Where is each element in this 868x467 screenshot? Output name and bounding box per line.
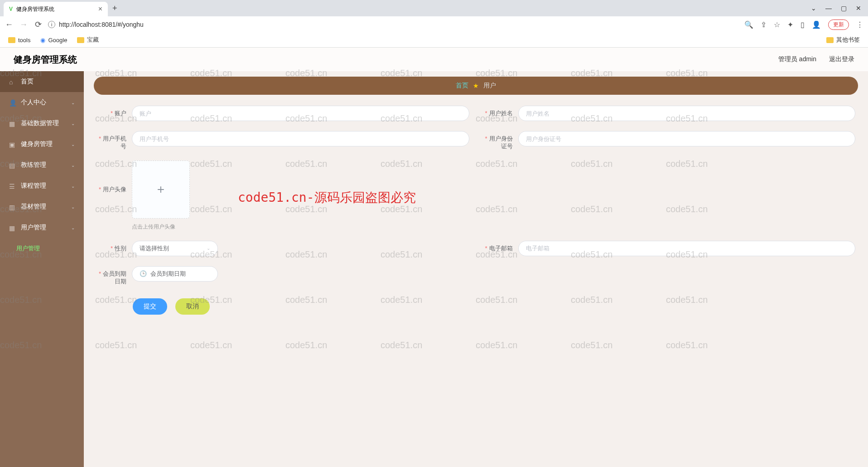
minimize-icon[interactable]: — xyxy=(825,5,832,12)
browser-chrome: V 健身房管理系统 × + ⌄ — ▢ ✕ ← → ⟳ i http://loc… xyxy=(0,0,868,48)
sidebar-item-gym[interactable]: ▣健身房管理⌄ xyxy=(0,134,84,155)
sidebar-item-equipment[interactable]: ▥器材管理⌄ xyxy=(0,196,84,217)
new-tab-button[interactable]: + xyxy=(112,4,117,13)
chevron-down-icon: ⌄ xyxy=(71,100,75,105)
update-button[interactable]: 更新 xyxy=(828,19,849,30)
back-icon[interactable]: ← xyxy=(5,20,14,29)
reading-list-icon[interactable]: ▯ xyxy=(800,20,805,29)
chevron-down-icon: ⌄ xyxy=(71,121,75,126)
form-item-gender: *性别 请选择性别 ⌄ xyxy=(96,241,469,256)
data-icon: ▦ xyxy=(9,120,16,126)
zoom-icon[interactable]: 🔍 xyxy=(744,20,753,29)
account-input[interactable] xyxy=(132,106,469,121)
chevron-down-icon: ⌄ xyxy=(71,204,75,209)
folder-icon xyxy=(826,37,834,43)
chevron-down-icon: ⌄ xyxy=(71,184,75,189)
email-input[interactable] xyxy=(518,241,856,256)
toolbar-right: 🔍 ⇪ ☆ ✦ ▯ 👤 更新 ⋮ xyxy=(744,19,863,30)
upload-hint: 点击上传用户头像 xyxy=(132,223,855,231)
close-icon[interactable]: × xyxy=(98,5,102,13)
logout-link[interactable]: 退出登录 xyxy=(829,55,854,63)
sidebar-subitem-user[interactable]: 用户管理 xyxy=(0,238,84,259)
sidebar: ⌂首页 👤个人中心⌄ ▦基础数据管理⌄ ▣健身房管理⌄ ▤教练管理⌄ ☰课程管理… xyxy=(0,71,84,467)
sidebar-item-basedata[interactable]: ▦基础数据管理⌄ xyxy=(0,113,84,134)
breadcrumb: 首页 ★ 用户 xyxy=(94,77,858,95)
username-input[interactable] xyxy=(518,106,856,121)
profile-icon[interactable]: 👤 xyxy=(812,20,821,29)
chevron-down-icon: ⌄ xyxy=(71,142,75,147)
form-item-username: *用户姓名 xyxy=(483,106,856,121)
reload-icon[interactable]: ⟳ xyxy=(34,19,43,29)
url-text: http://localhost:8081/#/yonghu xyxy=(59,21,144,28)
share-icon[interactable]: ⇪ xyxy=(761,20,767,29)
sidebar-item-user-mgmt[interactable]: ▦用户管理⌄ xyxy=(0,217,84,238)
form-item-email: *电子邮箱 xyxy=(483,241,856,256)
cancel-button[interactable]: 取消 xyxy=(175,298,210,315)
chevron-down-icon: ⌄ xyxy=(71,225,75,230)
course-icon: ☰ xyxy=(9,183,16,189)
vue-icon: V xyxy=(9,6,13,12)
sidebar-item-home[interactable]: ⌂首页 xyxy=(0,71,84,92)
bookmark-tools[interactable]: tools xyxy=(8,37,30,44)
sidebar-item-coach[interactable]: ▤教练管理⌄ xyxy=(0,155,84,175)
avatar-upload[interactable]: + xyxy=(132,161,190,219)
form-item-idcard: *用户身份证号 xyxy=(483,131,856,151)
address-bar: ← → ⟳ i http://localhost:8081/#/yonghu 🔍… xyxy=(0,16,868,33)
gender-select[interactable]: 请选择性别 ⌄ xyxy=(132,241,218,256)
forward-icon[interactable]: → xyxy=(19,20,28,29)
close-window-icon[interactable]: ✕ xyxy=(856,5,861,12)
sidebar-item-profile[interactable]: 👤个人中心⌄ xyxy=(0,92,84,113)
breadcrumb-home[interactable]: 首页 xyxy=(456,82,468,90)
sidebar-item-course[interactable]: ☰课程管理⌄ xyxy=(0,175,84,196)
form-item-avatar: *用户头像 + 点击上传用户头像 xyxy=(96,161,855,231)
clock-icon: 🕒 xyxy=(140,270,147,277)
star-icon: ★ xyxy=(473,82,479,89)
coach-icon: ▤ xyxy=(9,162,16,168)
header-right: 管理员 admin 退出登录 xyxy=(778,55,854,63)
google-icon: ◉ xyxy=(40,37,45,44)
maximize-icon[interactable]: ▢ xyxy=(841,5,847,12)
app-body: ⌂首页 👤个人中心⌄ ▦基础数据管理⌄ ▣健身房管理⌄ ▤教练管理⌄ ☰课程管理… xyxy=(0,71,868,467)
form-item-expire: *会员到期日期 🕒 会员到期日期 xyxy=(96,266,476,286)
star-icon[interactable]: ☆ xyxy=(774,20,780,29)
bookmark-bar: tools ◉Google 宝藏 其他书签 xyxy=(0,33,868,47)
user-form: *账户 *用户姓名 *用户手机号 *用户身份证号 xyxy=(94,106,858,315)
form-item-phone: *用户手机号 xyxy=(96,131,469,151)
chevron-down-icon[interactable]: ⌄ xyxy=(811,5,816,12)
bookmark-other[interactable]: 其他书签 xyxy=(826,36,860,44)
submit-button[interactable]: 提交 xyxy=(133,298,167,315)
home-icon: ⌂ xyxy=(9,78,16,85)
url-input[interactable]: i http://localhost:8081/#/yonghu xyxy=(48,21,739,28)
chevron-down-icon: ⌄ xyxy=(71,163,75,168)
folder-icon xyxy=(8,37,15,43)
users-icon: ▦ xyxy=(9,224,16,231)
form-item-account: *账户 xyxy=(96,106,469,121)
breadcrumb-current: 用户 xyxy=(483,82,496,90)
user-icon: 👤 xyxy=(9,99,16,106)
bookmark-baozang[interactable]: 宝藏 xyxy=(77,36,99,44)
chevron-down-icon: ⌄ xyxy=(207,246,210,251)
app-title: 健身房管理系统 xyxy=(14,54,77,66)
tab-bar: V 健身房管理系统 × + ⌄ — ▢ ✕ xyxy=(0,0,868,16)
plus-icon: + xyxy=(157,182,164,197)
phone-input[interactable] xyxy=(132,131,469,146)
folder-icon xyxy=(77,37,84,43)
window-controls: ⌄ — ▢ ✕ xyxy=(811,5,868,12)
idcard-input[interactable] xyxy=(518,131,856,146)
form-actions: 提交 取消 xyxy=(133,298,855,315)
admin-label[interactable]: 管理员 admin xyxy=(778,55,816,63)
app-header: 健身房管理系统 管理员 admin 退出登录 xyxy=(0,48,868,71)
bookmark-google[interactable]: ◉Google xyxy=(40,37,67,44)
extensions-icon[interactable]: ✦ xyxy=(787,20,793,29)
main-content: 首页 ★ 用户 *账户 *用户姓名 *用户手机号 xyxy=(84,71,868,467)
info-icon[interactable]: i xyxy=(48,21,55,28)
menu-icon[interactable]: ⋮ xyxy=(856,20,863,29)
equipment-icon: ▥ xyxy=(9,204,16,210)
gym-icon: ▣ xyxy=(9,141,16,147)
tab-title: 健身房管理系统 xyxy=(16,5,54,13)
browser-tab[interactable]: V 健身房管理系统 × xyxy=(4,2,108,16)
expire-date-picker[interactable]: 🕒 会员到期日期 xyxy=(132,266,218,282)
